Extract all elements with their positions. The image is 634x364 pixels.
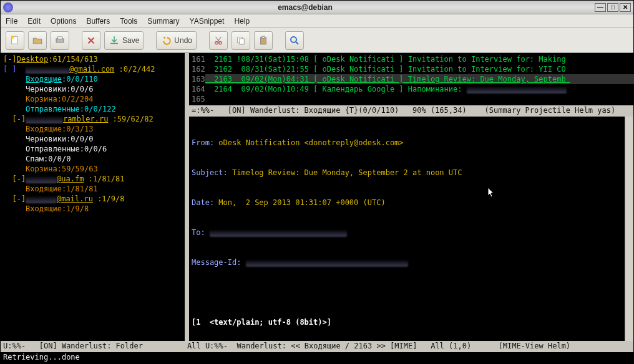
folder-uafm[interactable]: @ua.fm	[57, 175, 84, 183]
cancel-button[interactable]	[82, 31, 100, 50]
header-subject-label: Subject:	[192, 168, 228, 177]
folder-trash-gmail[interactable]: Корзина:0/2/204	[3, 94, 182, 104]
menu-yasnippet[interactable]: YASnippet	[190, 17, 225, 26]
header-from-value: oDesk Notification <donotreply@odesk.com…	[214, 138, 403, 147]
minibuffer[interactable]: Retrieving...done	[1, 352, 633, 363]
folder-inbox-gmail[interactable]: Входящие	[26, 75, 62, 84]
header-from-label: From:	[192, 138, 214, 147]
modeline-right: All U:%%- Wanderlust: << Входящие / 2163…	[187, 342, 631, 352]
cut-button[interactable]	[209, 31, 228, 50]
svg-rect-10	[262, 36, 265, 38]
header-subject-value: Timelog Review: Due Monday, September 2 …	[228, 168, 462, 177]
copy-button[interactable]	[232, 31, 250, 50]
menubar: File Edit Options Buffers Tools Summary …	[1, 14, 633, 28]
header-to-label: To:	[192, 228, 205, 237]
minimize-button[interactable]: —	[595, 3, 606, 12]
close-button[interactable]: ✕	[620, 3, 631, 12]
menu-options[interactable]: Options	[51, 17, 76, 26]
summary-row: 165	[192, 94, 631, 104]
svg-point-1	[11, 36, 14, 39]
message-pane[interactable]: From: oDesk Notification <donotreply@ode…	[189, 117, 625, 341]
summary-row-selected: 163 2163 09/02(Mon)04:31 [ oDesk Notific…	[192, 74, 631, 84]
right-pane: 161 2161 !08/31(Sat)15:08 [ oDesk Notifi…	[189, 53, 633, 341]
summary-row: 161 2161 !08/31(Sat)15:08 [ oDesk Notifi…	[192, 54, 631, 64]
menu-tools[interactable]: Tools	[120, 17, 137, 26]
window-title: emacs@debian	[17, 3, 593, 12]
folder-gmail[interactable]: @gmail.com	[69, 65, 114, 74]
folder-inbox-mailru[interactable]: Входящие:1/9/8	[3, 204, 182, 214]
folder-drafts-gmail[interactable]: Черновики:0/0/6	[3, 84, 182, 94]
folder-trash-rambler[interactable]: Корзина:59/59/63	[3, 164, 182, 174]
scrollbar[interactable]	[625, 117, 633, 341]
modeline-left: U:%%- [ON] Wanderlust: Folder	[3, 342, 187, 352]
folder-spam-rambler[interactable]: Спам:0/0/0	[3, 154, 182, 164]
folder-sent-gmail[interactable]: Отправленные:0/0/122	[3, 104, 182, 114]
summary-modeline: =:%%- [ON] Wanderlust: Входящие {T}(0/0/…	[189, 105, 633, 117]
app-icon	[3, 2, 13, 12]
header-date-label: Date:	[192, 198, 214, 207]
folder-mailru[interactable]: @mail.ru	[57, 194, 93, 203]
search-button[interactable]	[285, 31, 304, 50]
menu-summary[interactable]: Summary	[147, 17, 179, 26]
mouse-cursor-icon	[487, 187, 495, 198]
print-button[interactable]	[51, 31, 69, 50]
modeline: U:%%- [ON] Wanderlust: Folder All U:%%- …	[1, 341, 633, 352]
mime-part-1: [1 <text/plain; utf-8 (8bit)>]	[192, 317, 622, 327]
paste-button[interactable]	[254, 31, 273, 50]
folder-inbox-uafm[interactable]: Входящие:1/81/81	[3, 184, 182, 194]
menu-file[interactable]: File	[6, 17, 17, 26]
save-label: Save	[122, 36, 139, 45]
pane-divider[interactable]	[185, 53, 189, 341]
svg-rect-4	[110, 42, 118, 44]
header-date-value: Mon, 2 Sep 2013 01:31:07 +0000 (UTC)	[214, 198, 386, 207]
folder-drafts-rambler[interactable]: Черновики:0/0/0	[3, 134, 182, 144]
summary-row: 162 2162 08/31(Sat)21:55 [ oDesk Notific…	[192, 64, 631, 74]
main-area: [-][-]Desktop:61/154/613Desktop:61/154/6…	[1, 53, 633, 341]
folder-rambler[interactable]: rambler.ru	[63, 115, 108, 123]
titlebar[interactable]: emacs@debian — □ ✕	[1, 1, 633, 14]
app-window: emacs@debian — □ ✕ File Edit Options Buf…	[0, 0, 634, 364]
menu-edit[interactable]: Edit	[27, 17, 41, 26]
header-mid-label: Message-Id:	[192, 258, 241, 267]
svg-rect-8	[240, 39, 245, 44]
undo-label: Undo	[174, 36, 192, 45]
undo-button[interactable]: Undo	[156, 31, 197, 50]
maximize-button[interactable]: □	[607, 3, 618, 12]
toolbar: Save Undo	[1, 28, 633, 53]
menu-buffers[interactable]: Buffers	[86, 17, 110, 26]
save-button[interactable]: Save	[104, 31, 144, 50]
open-button[interactable]	[28, 31, 47, 50]
folder-pane[interactable]: [-][-]Desktop:61/154/613Desktop:61/154/6…	[1, 53, 185, 341]
menu-help[interactable]: Help	[234, 17, 250, 26]
folder-sent-rambler[interactable]: Отправленные:0/0/6	[3, 144, 182, 154]
summary-row: 164 2164 09/02(Mon)10:49 [ Календарь Goo…	[192, 84, 631, 94]
folder-inbox-rambler[interactable]: Входящие:0/3/13	[3, 124, 182, 134]
new-file-button[interactable]	[6, 31, 24, 50]
summary-pane[interactable]: 161 2161 !08/31(Sat)15:08 [ oDesk Notifi…	[189, 53, 633, 105]
svg-rect-3	[57, 37, 62, 39]
